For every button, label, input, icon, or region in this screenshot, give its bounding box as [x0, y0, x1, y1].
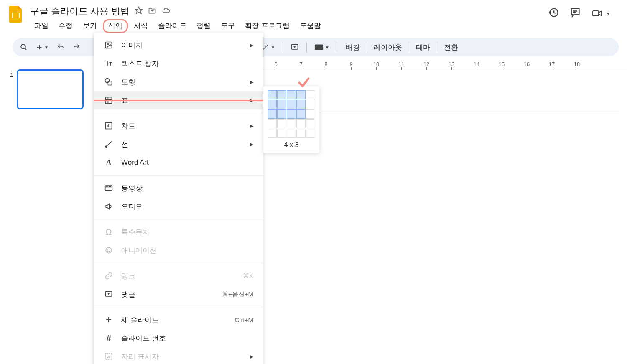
slide-thumbnail-1[interactable] [17, 69, 84, 109]
table-grid-cell[interactable] [287, 119, 296, 128]
menu-item-label: 텍스트 상자 [121, 59, 253, 69]
table-grid-cell[interactable] [268, 90, 277, 99]
plus-icon [104, 315, 114, 325]
table-grid-cell[interactable] [287, 129, 296, 138]
submenu-arrow-icon: ▶ [250, 43, 253, 48]
menu-item-label: 이미지 [121, 41, 250, 50]
menubar-item-6[interactable]: 정렬 [192, 19, 215, 33]
table-grid-cell[interactable] [287, 109, 296, 119]
table-grid-cell[interactable] [296, 129, 306, 138]
table-grid-cell[interactable] [268, 109, 277, 119]
table-grid-cell[interactable] [306, 109, 315, 119]
svg-rect-19 [106, 354, 112, 360]
present-video-icon[interactable]: ▼ [591, 8, 610, 18]
table-grid-cell[interactable] [277, 129, 286, 138]
new-slide-button[interactable]: ▼ [33, 41, 52, 53]
slides-logo[interactable] [8, 5, 23, 23]
comments-icon[interactable] [569, 7, 581, 20]
animation-icon [104, 245, 114, 255]
ruler-tick: 7 [288, 61, 314, 70]
svg-point-16 [107, 249, 110, 252]
ruler-tick: 13 [439, 61, 464, 70]
table-grid-cell[interactable] [296, 119, 306, 128]
submenu-arrow-icon: ▶ [250, 354, 253, 359]
ruler-tick: 15 [489, 61, 514, 70]
table-grid-cell[interactable] [268, 119, 277, 128]
menubar-item-3[interactable]: 삽입 [103, 19, 128, 33]
table-grid-cell[interactable] [296, 109, 306, 119]
table-grid-cell[interactable] [277, 90, 286, 99]
menu-item-image-icon[interactable]: 이미지▶ [94, 36, 263, 54]
toolbar-text-3[interactable]: 전환 [440, 43, 462, 52]
toolbar-text-2[interactable]: 테마 [412, 43, 434, 52]
menu-item-label: 오디오 [121, 202, 253, 211]
ruler-tick: 9 [339, 61, 364, 70]
menu-item-label: 선 [121, 140, 250, 149]
table-grid-cell[interactable] [306, 90, 315, 99]
table-grid-cell[interactable] [277, 119, 286, 128]
chart-icon [104, 121, 114, 131]
video-icon [104, 183, 114, 193]
menu-item-label: 차트 [121, 121, 250, 131]
menu-item-shortcut: Ctrl+M [234, 316, 253, 323]
menubar-item-0[interactable]: 파일 [30, 19, 53, 33]
menu-item-line-icon[interactable]: 선▶ [94, 135, 263, 153]
toolbar-text-0[interactable]: 배경 [342, 43, 364, 52]
line-icon [104, 139, 114, 149]
add-comment-button[interactable] [287, 41, 302, 54]
ruler-tick: 6 [263, 61, 288, 70]
menu-separator [94, 175, 263, 176]
placeholder-icon [104, 351, 114, 361]
menu-item-shortcut: ⌘K [243, 272, 253, 280]
menu-item-label: Word Art [121, 158, 253, 167]
word-art-icon: A [104, 158, 114, 168]
special-char-icon: Ω [104, 227, 114, 237]
table-grid-cell[interactable] [277, 100, 286, 109]
table-grid-cell[interactable] [268, 129, 277, 138]
menu-item-comment-icon[interactable]: 댓글⌘+옵션+M [94, 285, 263, 303]
menu-item-plus-icon[interactable]: 새 슬라이드Ctrl+M [94, 311, 263, 329]
menu-item-audio-icon[interactable]: 오디오 [94, 197, 263, 216]
table-size-picker[interactable]: 4 x 3 [263, 86, 319, 153]
table-grid-cell[interactable] [306, 100, 315, 109]
menubar-item-2[interactable]: 보기 [79, 19, 101, 33]
table-grid-cell[interactable] [296, 100, 306, 109]
menubar: 파일수정보기삽입서식슬라이드정렬도구확장 프로그램도움말 [30, 19, 541, 33]
menu-separator [94, 263, 263, 263]
undo-button[interactable] [54, 41, 68, 53]
cloud-status-icon[interactable] [161, 6, 171, 16]
menu-separator [94, 219, 263, 219]
star-icon[interactable] [135, 6, 143, 16]
history-icon[interactable] [548, 7, 559, 20]
menubar-item-5[interactable]: 슬라이드 [154, 19, 191, 33]
redo-button[interactable] [69, 41, 84, 53]
menubar-item-4[interactable]: 서식 [130, 19, 152, 33]
menu-item-hash-icon[interactable]: #슬라이드 번호 [94, 329, 263, 347]
menubar-item-8[interactable]: 확장 프로그램 [241, 19, 294, 33]
move-folder-icon[interactable] [148, 6, 156, 16]
table-grid-cell[interactable] [306, 129, 315, 138]
menu-item-video-icon[interactable]: 동영상 [94, 179, 263, 197]
menu-item-text-box-icon[interactable]: TT텍스트 상자 [94, 54, 263, 73]
toolbar-text-1[interactable]: 레이아웃 [370, 43, 406, 52]
table-grid-cell[interactable] [296, 90, 306, 99]
table-grid-cell[interactable] [306, 119, 315, 128]
submenu-arrow-icon: ▶ [250, 79, 253, 85]
menu-item-word-art-icon[interactable]: AWord Art [94, 153, 263, 172]
document-title[interactable]: 구글 슬라이드 사용 방법 [30, 5, 130, 18]
menubar-item-7[interactable]: 도구 [217, 19, 239, 33]
search-button[interactable] [17, 41, 31, 53]
slide-number: 1 [10, 71, 13, 78]
table-grid-cell[interactable] [268, 100, 277, 109]
table-grid-cell[interactable] [277, 109, 286, 119]
menubar-item-9[interactable]: 도움말 [296, 19, 325, 33]
annotation-check-icon [298, 77, 310, 89]
table-grid-cell[interactable] [287, 100, 296, 109]
keyboard-button[interactable]: ▼ [311, 41, 333, 53]
table-grid-cell[interactable] [287, 90, 296, 99]
menubar-item-1[interactable]: 수정 [54, 19, 77, 33]
svg-point-5 [21, 44, 25, 49]
menu-item-chart-icon[interactable]: 차트▶ [94, 117, 263, 135]
svg-point-10 [105, 79, 110, 83]
menu-item-shape-icon[interactable]: 도형▶ [94, 73, 263, 91]
